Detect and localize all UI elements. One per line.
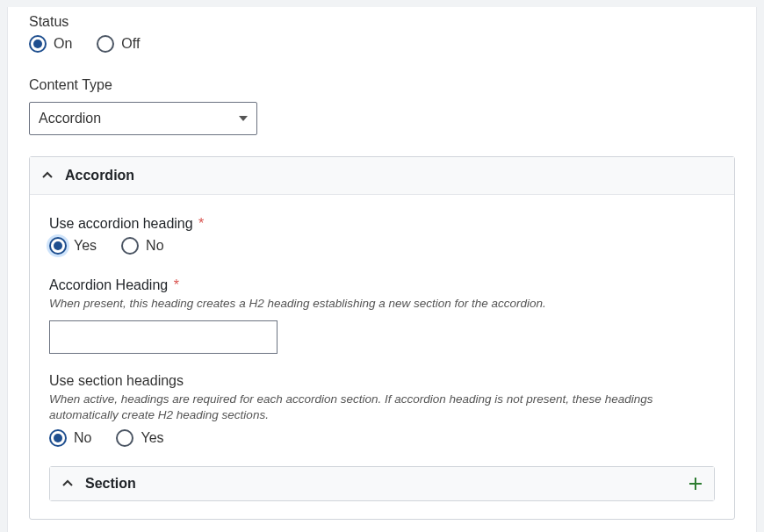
radio-icon: [116, 429, 133, 447]
status-field: Status On Off: [8, 7, 756, 53]
section-panel-title: Section: [85, 476, 136, 492]
section-panel: Section: [49, 466, 715, 501]
accordion-panel-title: Accordion: [65, 168, 134, 183]
chevron-up-icon: [40, 169, 54, 183]
content-type-value: Accordion: [39, 111, 101, 126]
accordion-heading-field: Accordion Heading * When present, this h…: [49, 277, 715, 354]
status-option-off[interactable]: Off: [97, 35, 140, 53]
accordion-panel: Accordion Use accordion heading * Yes No: [29, 156, 735, 520]
use-accordion-heading-field: Use accordion heading * Yes No: [49, 216, 715, 255]
status-off-label: Off: [121, 36, 140, 52]
no-label: No: [146, 238, 163, 254]
use-accordion-heading-label: Use accordion heading *: [49, 216, 204, 231]
yes-label: Yes: [74, 238, 97, 254]
radio-icon: [49, 237, 67, 255]
use-section-headings-yes[interactable]: Yes: [116, 429, 163, 447]
radio-icon: [29, 35, 47, 53]
use-accordion-heading-radio-group: Yes No: [49, 237, 715, 255]
status-label: Status: [29, 14, 735, 30]
radio-icon: [121, 237, 139, 255]
radio-icon: [49, 429, 67, 447]
accordion-panel-body: Use accordion heading * Yes No Accordi: [30, 195, 734, 519]
accordion-heading-help: When present, this heading creates a H2 …: [49, 296, 715, 312]
chevron-down-icon: [239, 116, 248, 121]
radio-icon: [97, 35, 114, 53]
content-type-label: Content Type: [29, 77, 735, 93]
use-section-headings-radio-group: No Yes: [49, 429, 715, 447]
use-section-headings-no[interactable]: No: [49, 429, 91, 447]
form-card: Status On Off Content Type Accordion Acc…: [7, 7, 757, 532]
yes-label: Yes: [141, 430, 163, 446]
plus-icon[interactable]: [688, 476, 703, 492]
use-accordion-heading-yes[interactable]: Yes: [49, 237, 97, 255]
use-section-headings-label: Use section headings: [49, 373, 715, 389]
content-type-field: Content Type Accordion: [8, 77, 756, 135]
section-panel-toggle[interactable]: Section: [50, 467, 714, 500]
content-type-select[interactable]: Accordion: [29, 102, 257, 135]
no-label: No: [74, 430, 91, 446]
accordion-heading-input[interactable]: [49, 320, 277, 354]
chevron-up-icon: [61, 477, 75, 491]
use-section-headings-field: Use section headings When active, headin…: [49, 373, 715, 446]
status-radio-group: On Off: [29, 35, 735, 53]
use-section-headings-help: When active, headings are required for e…: [49, 392, 715, 423]
required-marker: *: [195, 216, 205, 231]
required-marker: *: [169, 277, 179, 292]
use-accordion-heading-no[interactable]: No: [121, 237, 163, 255]
status-option-on[interactable]: On: [29, 35, 72, 53]
accordion-heading-label: Accordion Heading *: [49, 277, 179, 292]
status-on-label: On: [54, 36, 72, 52]
accordion-panel-toggle[interactable]: Accordion: [30, 157, 734, 195]
